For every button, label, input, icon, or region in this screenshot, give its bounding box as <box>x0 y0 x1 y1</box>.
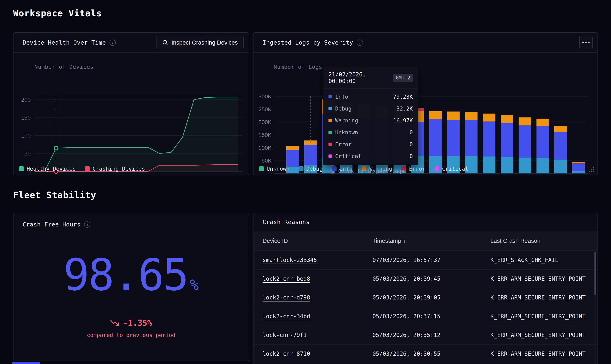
bar-mar-7[interactable] <box>554 126 567 173</box>
ingested-logs-bar-chart[interactable]: 050K100K150K200K250K300KFeb 21Feb 23Feb … <box>253 53 598 175</box>
crash-reason-cell: K_ERR_ARM_SECURE_ENTRY_POINT <box>490 332 598 338</box>
tooltip-row-critical: Critical0 <box>328 150 413 162</box>
tooltip-row-value: 79.23K <box>393 93 413 100</box>
legend-item-healthy-devices[interactable]: Healthy Devices <box>19 166 76 172</box>
crash-reasons-title: Crash Reasons <box>262 219 310 225</box>
crash-reason-cell: K_ERR_ARM_SECURE_ENTRY_POINT <box>490 275 598 282</box>
ellipsis-icon <box>582 42 584 43</box>
timestamp-cell: 05/03/2026, 20:39:05 <box>372 294 490 301</box>
card-menu-button[interactable] <box>579 36 593 49</box>
crash-reason-cell: K_ERR_ARM_SECURE_ENTRY_POINT <box>490 313 598 320</box>
legend-label: Unknown <box>267 166 290 172</box>
crash-free-hours-change-note: compared to previous period <box>13 332 249 338</box>
ellipsis-icon <box>588 42 590 43</box>
table-body: smartlock-23B34507/03/2026, 16:57:37K_ER… <box>253 251 598 364</box>
tooltip-row-label: Warning <box>335 117 358 124</box>
legend-swatch-icon <box>85 166 90 171</box>
tooltip-row-warning: Warning16.97K <box>328 115 413 126</box>
tooltip-row-value: 0 <box>410 129 413 135</box>
legend-item-critical[interactable]: Critical <box>435 166 468 172</box>
bar-mar-4[interactable] <box>501 115 513 173</box>
device-id-link[interactable]: lock2-cnr-d798 <box>262 294 310 301</box>
device-id-link[interactable]: lock2-cnr-bed8 <box>262 275 310 282</box>
info-icon[interactable]: i <box>357 39 363 46</box>
timestamp-cell: 05/03/2026, 20:39:45 <box>372 275 490 282</box>
tooltip-row-label: Unknown <box>335 129 358 135</box>
crash-reason-cell: K_ERR_ARM_SECURE_ENTRY_POINT <box>490 294 598 301</box>
table-scrollbar[interactable] <box>595 252 596 364</box>
timestamp-cell: 05/03/2026, 20:37:15 <box>372 313 490 320</box>
tooltip-footer: Click to inspect logs <box>323 164 418 178</box>
tooltip-timezone-badge: GMT+2 <box>393 74 413 82</box>
tooltip-row-debug: Debug32.2K <box>328 103 413 115</box>
table-row: lock2-cnr-871005/03/2026, 20:30:55K_ERR_… <box>253 345 598 364</box>
crash-free-hours-change-block: -1.35% compared to previous period <box>13 318 249 338</box>
section-heading-workspace-vitals: Workspace Vitals <box>13 8 102 18</box>
device-health-y-axis-title: Number of Devices <box>35 64 93 70</box>
crash-free-hours-unit: % <box>190 276 199 293</box>
legend-item-unknown[interactable]: Unknown <box>259 166 290 172</box>
svg-text:50K: 50K <box>261 157 272 164</box>
bar-mar-6[interactable] <box>536 119 549 173</box>
bar-mar-2[interactable] <box>465 112 478 173</box>
inspect-crashing-devices-button[interactable]: Inspect Crashing Devices <box>156 36 244 49</box>
ingested-logs-y-axis-title: Number of Logs <box>274 64 323 70</box>
bar-mar-3[interactable] <box>483 114 495 173</box>
device-health-line-chart[interactable]: 050100150200Feb 21Feb 23Feb 25Feb 27Mar … <box>13 53 249 175</box>
dashboard-page: Workspace Vitals Device Health Over Time… <box>0 0 611 364</box>
page-horizontal-scrollbar-thumb[interactable] <box>12 362 40 364</box>
ingested-logs-title: Ingested Logs by Severity <box>262 39 353 46</box>
column-header-device-id[interactable]: Device ID <box>253 238 372 244</box>
legend-item-crashing-devices[interactable]: Crashing Devices <box>85 166 145 172</box>
table-row: lock2-cnr-bed805/03/2026, 20:39:45K_ERR_… <box>253 270 598 288</box>
tooltip-row-value: 0 <box>410 153 413 159</box>
tooltip-row-value: 32.2K <box>396 105 413 112</box>
table-row: lock2-cnr-d79805/03/2026, 20:39:05K_ERR_… <box>253 288 598 307</box>
column-header-last-crash-reason[interactable]: Last Crash Reason <box>490 238 598 244</box>
device-id-link[interactable]: lock2-cnr-34bd <box>262 313 310 320</box>
severity-swatch-icon <box>328 95 332 98</box>
info-icon[interactable]: i <box>109 39 116 46</box>
table-scrollbar-thumb[interactable] <box>595 252 596 295</box>
crash-reasons-header: Crash Reasons <box>253 213 598 231</box>
bar-mar-5[interactable] <box>519 117 531 173</box>
bar-mar-8[interactable] <box>572 162 585 173</box>
svg-text:150K: 150K <box>259 132 272 138</box>
inspect-crashing-devices-label: Inspect Crashing Devices <box>171 39 238 46</box>
svg-text:100: 100 <box>21 132 31 139</box>
device-id-link[interactable]: lock-cnr-79f1 <box>262 332 307 338</box>
column-header-timestamp[interactable]: Timestamp↓ <box>372 238 490 244</box>
table-row: lock-cnr-79f105/03/2026, 20:35:12K_ERR_A… <box>253 326 598 345</box>
legend-item-debug[interactable]: Debug <box>299 166 323 172</box>
table-row: smartlock-23B34507/03/2026, 16:57:37K_ER… <box>253 251 598 270</box>
timestamp-cell: 07/03/2026, 16:57:37 <box>372 257 490 263</box>
device-id-link[interactable]: smartlock-23B345 <box>262 257 317 263</box>
tooltip-row-value: 0 <box>410 141 413 147</box>
severity-swatch-icon <box>328 143 332 146</box>
section-heading-fleet-stability: Fleet Stability <box>13 190 96 200</box>
severity-swatch-icon <box>328 107 332 110</box>
legend-label: Healthy Devices <box>27 166 76 172</box>
bar-feb-28[interactable] <box>429 111 442 173</box>
search-icon <box>162 39 168 46</box>
timestamp-cell: 05/03/2026, 20:30:55 <box>372 351 490 357</box>
crash-free-hours-value-block: 98.65 % <box>13 250 249 300</box>
ingested-logs-chart-area: Number of Logs 050K100K150K200K250K300KF… <box>253 53 598 175</box>
timestamp-cell: 05/03/2026, 20:35:12 <box>372 332 490 338</box>
chart-tooltip: 21/02/2026, 00:00:00 GMT+2 Info79.23KDeb… <box>323 67 418 165</box>
legend-label: Crashing Devices <box>92 166 145 172</box>
crash-reason-cell: K_ERR_ARM_SECURE_ENTRY_POINT <box>490 351 598 357</box>
bar-mar-1[interactable] <box>447 112 460 173</box>
svg-text:50: 50 <box>24 150 31 157</box>
svg-text:200K: 200K <box>259 119 272 125</box>
legend-swatch-icon <box>435 166 439 171</box>
ingested-logs-header: Ingested Logs by Severity i <box>253 33 598 53</box>
info-icon[interactable]: i <box>84 221 90 228</box>
device-id-link[interactable]: lock2-cnr-8710 <box>262 351 310 357</box>
device-health-title: Device Health Over Time <box>23 39 106 46</box>
crash-reason-cell: K_ERR_STACK_CHK_FAIL <box>490 257 598 263</box>
table-row: lock2-cnr-34bd05/03/2026, 20:37:15K_ERR_… <box>253 307 598 326</box>
crash-free-hours-change: -1.35% <box>123 318 152 327</box>
svg-text:150: 150 <box>21 115 31 121</box>
resize-grip-icon[interactable] <box>588 167 594 173</box>
